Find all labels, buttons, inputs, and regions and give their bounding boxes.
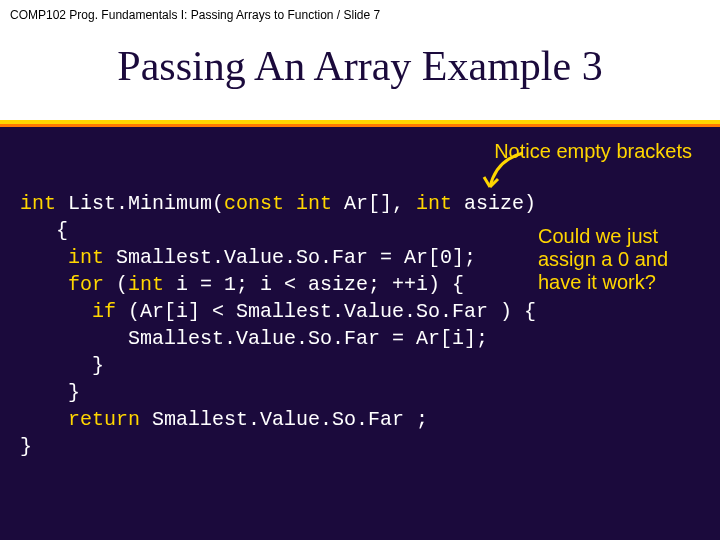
code-text: i = 1; i < asize; ++i) { xyxy=(164,273,464,296)
rule-orange xyxy=(0,124,720,127)
code-text: Smallest.Value.So.Far ; xyxy=(140,408,428,431)
code-text: } xyxy=(20,381,80,404)
code-text: } xyxy=(20,354,104,377)
annotation-empty-brackets: Notice empty brackets xyxy=(494,140,692,163)
code-text: } xyxy=(20,435,32,458)
code-text: ( xyxy=(104,273,128,296)
code-kw: int xyxy=(20,192,56,215)
code-text: asize) xyxy=(452,192,536,215)
annotation-assign-zero: Could we just assign a 0 and have it wor… xyxy=(538,225,698,294)
code-text: { xyxy=(20,219,68,242)
code-text: List.Minimum( xyxy=(56,192,224,215)
code-kw: return xyxy=(20,408,140,431)
code-kw: int xyxy=(416,192,452,215)
code-text: (Ar[i] < Smallest.Value.So.Far ) { xyxy=(116,300,536,323)
code-kw: for xyxy=(20,273,104,296)
slide-header: COMP102 Prog. Fundamentals I: Passing Ar… xyxy=(0,0,720,120)
code-text: Smallest.Value.So.Far = Ar[i]; xyxy=(20,327,488,350)
code-kw: int xyxy=(128,273,164,296)
slide-title: Passing An Array Example 3 xyxy=(0,42,720,90)
code-kw: int xyxy=(20,246,104,269)
code-text: Smallest.Value.So.Far = Ar[0]; xyxy=(104,246,476,269)
code-block: int List.Minimum(const int Ar[], int asi… xyxy=(20,190,536,460)
course-line: COMP102 Prog. Fundamentals I: Passing Ar… xyxy=(10,8,380,22)
slide: COMP102 Prog. Fundamentals I: Passing Ar… xyxy=(0,0,720,540)
code-text: Ar[], xyxy=(332,192,416,215)
code-kw: const int xyxy=(224,192,332,215)
code-kw: if xyxy=(20,300,116,323)
